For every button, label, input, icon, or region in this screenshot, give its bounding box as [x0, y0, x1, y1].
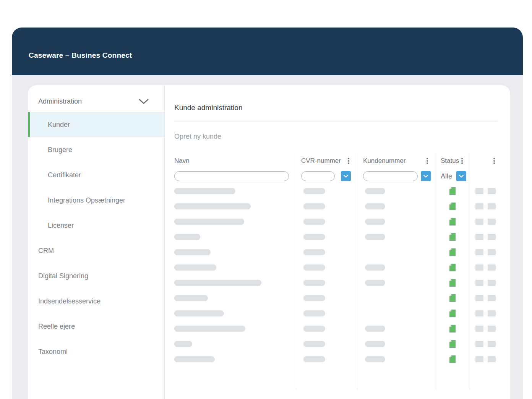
action-placeholder[interactable] [475, 356, 483, 362]
sidebar-item-integrations-opsætninger[interactable]: Integrations Opsætninger [28, 188, 164, 213]
action-placeholder[interactable] [475, 219, 483, 225]
cell-status [436, 260, 470, 275]
action-placeholder[interactable] [488, 356, 496, 362]
column-header-kundenummer: Kundenummer [357, 153, 436, 169]
table-row[interactable] [174, 229, 500, 245]
kebab-vertical-icon[interactable] [426, 157, 429, 165]
action-placeholder[interactable] [475, 188, 483, 194]
action-placeholder[interactable] [475, 203, 483, 209]
table-row[interactable] [174, 306, 500, 321]
cell-kundenummer [357, 199, 436, 214]
action-placeholder[interactable] [488, 249, 496, 255]
table-row[interactable] [174, 275, 500, 290]
cell-status [436, 352, 470, 367]
action-placeholder[interactable] [488, 295, 496, 301]
cell-actions [470, 245, 500, 260]
action-placeholder[interactable] [475, 295, 483, 301]
cell-cvr [296, 275, 357, 290]
column-header-cvr-nummer: CVR-nummer [296, 153, 357, 169]
cvr-placeholder [303, 310, 325, 316]
sidebar-item-taxonomi[interactable]: Taxonomi [28, 339, 164, 364]
name-placeholder [174, 264, 216, 271]
cell-navn [174, 336, 296, 352]
action-placeholder[interactable] [475, 234, 483, 240]
sidebar-item-label: Digital Signering [38, 272, 88, 280]
cell-navn [174, 214, 296, 229]
cell-kundenummer [357, 229, 436, 245]
action-placeholder[interactable] [475, 310, 483, 316]
table-row[interactable] [174, 352, 500, 367]
cell-status [436, 290, 470, 306]
column-label: Kundenummer [363, 157, 406, 165]
status-document-icon [449, 187, 456, 195]
sidebar-nav: Kunder Brugere Certifikater Integrations… [28, 112, 164, 364]
kebab-vertical-icon[interactable] [347, 157, 350, 165]
table-row[interactable] [174, 321, 500, 336]
table-row[interactable] [174, 336, 500, 352]
status-filter-dropdown-button[interactable] [456, 171, 466, 181]
table-row[interactable] [174, 245, 500, 260]
column-divider [357, 153, 357, 390]
cell-cvr [296, 336, 357, 352]
sidebar-item-indsendelsesservice[interactable]: Indsendelsesservice [28, 289, 164, 314]
name-placeholder [174, 356, 215, 362]
action-placeholder[interactable] [475, 280, 483, 286]
customer-number-placeholder [365, 264, 385, 271]
filter-cell-cvr [296, 169, 357, 183]
sidebar-item-label: Kunder [48, 121, 70, 129]
cell-kundenummer [357, 183, 436, 199]
column-divider [470, 153, 470, 390]
action-placeholder[interactable] [488, 310, 496, 316]
table-row[interactable] [174, 183, 500, 199]
table-row[interactable] [174, 260, 500, 275]
cell-cvr [296, 214, 357, 229]
cell-kundenummer [357, 306, 436, 321]
kundenummer-filter-input[interactable] [363, 171, 418, 181]
action-placeholder[interactable] [488, 188, 496, 194]
sidebar-item-brugere[interactable]: Brugere [28, 137, 164, 162]
sidebar-item-crm[interactable]: CRM [28, 238, 164, 263]
kebab-vertical-icon[interactable] [493, 157, 496, 165]
action-placeholder[interactable] [475, 341, 483, 347]
action-placeholder[interactable] [475, 249, 483, 255]
create-customer-link[interactable]: Opret ny kunde [174, 133, 510, 141]
cell-navn [174, 306, 296, 321]
sidebar-item-kunder[interactable]: Kunder [28, 112, 164, 137]
sidebar-section-administration[interactable]: Administration [28, 91, 164, 112]
action-placeholder[interactable] [488, 280, 496, 286]
table-row[interactable] [174, 214, 500, 229]
action-placeholder[interactable] [488, 341, 496, 347]
cell-status [436, 199, 470, 214]
action-placeholder[interactable] [488, 264, 496, 271]
kundenummer-filter-dropdown-button[interactable] [421, 171, 431, 181]
sidebar-item-certifikater[interactable]: Certifikater [28, 162, 164, 188]
customer-number-placeholder [365, 280, 385, 286]
table-row[interactable] [174, 290, 500, 306]
action-placeholder[interactable] [488, 326, 496, 332]
action-placeholder[interactable] [488, 219, 496, 225]
customer-number-placeholder [365, 219, 385, 225]
cell-status [436, 275, 470, 290]
action-placeholder[interactable] [488, 234, 496, 240]
cvr-filter-input[interactable] [301, 171, 335, 181]
name-placeholder [174, 234, 200, 240]
action-placeholder[interactable] [475, 326, 483, 332]
action-placeholder[interactable] [475, 264, 483, 271]
cvr-filter-dropdown-button[interactable] [341, 171, 351, 181]
status-document-icon [449, 203, 456, 210]
table-row[interactable] [174, 199, 500, 214]
cell-kundenummer [357, 275, 436, 290]
sidebar-item-reelle-ejere[interactable]: Reelle ejere [28, 314, 164, 339]
cvr-placeholder [303, 264, 325, 271]
navn-filter-input[interactable] [174, 171, 289, 181]
sidebar-item-digital-signering[interactable]: Digital Signering [28, 263, 164, 289]
titlebar: Caseware – Busines Connect [12, 28, 523, 75]
customer-number-placeholder [365, 188, 385, 194]
column-divider [296, 153, 296, 390]
sidebar-item-label: Integrations Opsætninger [48, 196, 125, 204]
status-document-icon [449, 325, 456, 332]
filter-cell-navn [174, 169, 296, 183]
sidebar-item-licenser[interactable]: Licenser [28, 213, 164, 238]
action-placeholder[interactable] [488, 203, 496, 209]
kebab-vertical-icon[interactable] [461, 157, 464, 165]
